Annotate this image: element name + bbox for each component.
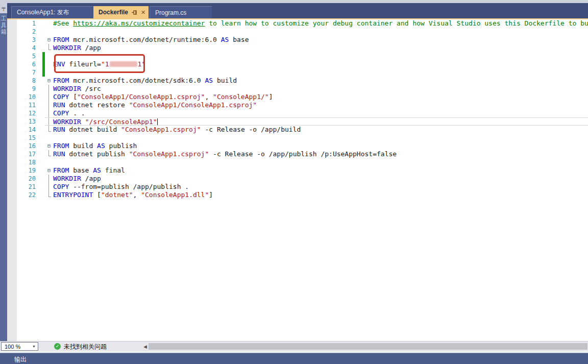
code-editor[interactable]: 1#See https://aka.ms/customizecontainer …	[7, 19, 588, 341]
code-line[interactable]: 3⊟FROM mcr.microsoft.com/dotnet/runtime:…	[7, 36, 588, 44]
code-token: "ConsoleApp1.csproj"	[121, 126, 201, 133]
line-number: 1	[17, 19, 42, 28]
code-line[interactable]: 18	[7, 158, 588, 166]
fold-margin	[45, 93, 53, 101]
code-token: mcr.microsoft.com/dotnet/sdk:6.0	[69, 77, 205, 84]
breakpoint-margin[interactable]	[7, 77, 17, 85]
breakpoint-margin[interactable]	[7, 28, 17, 36]
fold-margin	[45, 28, 53, 36]
tab-label: Program.cs	[155, 9, 186, 16]
breakpoint-margin[interactable]	[7, 93, 17, 101]
code-text: RUN dotnet publish "ConsoleApp1.csproj" …	[53, 150, 588, 158]
fold-margin	[45, 44, 53, 52]
breakpoint-margin[interactable]	[7, 36, 17, 44]
code-token: /app	[81, 175, 101, 182]
code-line[interactable]: 7	[7, 68, 588, 77]
code-token: 1"	[138, 60, 146, 68]
code-text	[53, 134, 588, 142]
line-number: 21	[17, 183, 42, 191]
comment-link[interactable]: https://aka.ms/customizecontainer	[73, 19, 205, 27]
code-line[interactable]: 11RUN dotnet restore "ConsoleApp1/Consol…	[7, 101, 588, 109]
collapse-region-icon[interactable]: ⊟	[45, 77, 53, 85]
breakpoint-margin[interactable]	[7, 166, 17, 175]
code-line[interactable]: 4WORKDIR /app	[7, 44, 588, 52]
code-token: publish	[105, 142, 137, 150]
scrollbar-thumb[interactable]	[149, 343, 587, 350]
line-number: 9	[17, 85, 42, 93]
line-number: 6	[17, 60, 42, 68]
fold-margin	[45, 175, 53, 183]
code-text: COPY --from=publish /app/publish .	[53, 183, 588, 191]
code-line[interactable]: 15	[7, 134, 588, 142]
breakpoint-margin[interactable]	[7, 19, 17, 28]
code-line[interactable]: 10COPY ["ConsoleApp1/ConsoleApp1.csproj"…	[7, 93, 588, 101]
breakpoint-margin[interactable]	[7, 60, 17, 68]
scrollbar-track[interactable]	[149, 343, 588, 350]
fold-margin	[45, 52, 53, 60]
code-text: WORKDIR /app	[53, 175, 588, 183]
code-token: "ConsoleApp1.csproj"	[129, 150, 209, 158]
breakpoint-margin[interactable]	[7, 109, 17, 117]
code-line[interactable]: 20WORKDIR /app	[7, 175, 588, 183]
sidebar-item-toolbox[interactable]: 工 具 箱	[0, 15, 7, 35]
tab-dockerfile[interactable]: Dockerfile ✕	[93, 6, 149, 18]
code-token: "ConsoleApp1/ConsoleApp1.csproj"	[77, 93, 205, 101]
breakpoint-margin[interactable]	[7, 85, 17, 93]
fold-guide-line	[48, 44, 49, 50]
code-token: COPY	[53, 93, 69, 101]
line-number: 10	[17, 93, 42, 101]
breakpoint-margin[interactable]	[7, 183, 17, 191]
tab-program-cs[interactable]: Program.cs	[150, 6, 212, 18]
breakpoint-margin[interactable]	[7, 126, 17, 134]
collapse-region-icon[interactable]: ⊟	[45, 36, 53, 44]
breakpoint-margin[interactable]	[7, 134, 17, 142]
breakpoint-margin[interactable]	[7, 117, 17, 126]
breakpoint-margin[interactable]	[7, 175, 17, 183]
fold-guide-line	[48, 175, 49, 183]
code-line[interactable]: 5	[7, 52, 588, 60]
horizontal-scrollbar[interactable]: ◀	[143, 343, 588, 351]
code-line[interactable]: 2	[7, 28, 588, 36]
code-token: "ConsoleApp1.dll"	[141, 191, 209, 199]
breakpoint-margin[interactable]	[7, 158, 17, 166]
code-line[interactable]: 8⊟FROM mcr.microsoft.com/dotnet/sdk:6.0 …	[7, 77, 588, 85]
pin-icon[interactable]	[132, 10, 137, 15]
code-line[interactable]: 22ENTRYPOINT ["dotnet", "ConsoleApp1.dll…	[7, 191, 588, 199]
breakpoint-margin[interactable]	[7, 44, 17, 52]
fold-guide-line	[48, 191, 49, 197]
code-line[interactable]: 6ENV fileurl="11"	[7, 60, 588, 68]
code-line[interactable]: 12COPY . .	[7, 109, 588, 117]
line-number: 12	[17, 109, 42, 117]
code-token: ,	[205, 93, 213, 101]
zoom-level-dropdown[interactable]: 100 % ▼	[1, 342, 38, 351]
fold-margin	[45, 68, 53, 77]
breakpoint-margin[interactable]	[7, 142, 17, 150]
breakpoint-margin[interactable]	[7, 150, 17, 158]
vs-editor-window: ConsoleApp1: 发布 Dockerfile ✕ Program.cs …	[0, 0, 588, 364]
breakpoint-margin[interactable]	[7, 52, 17, 60]
code-line[interactable]: 9WORKDIR /src	[7, 85, 588, 93]
scroll-left-arrow-icon[interactable]: ◀	[143, 344, 147, 349]
breakpoint-margin[interactable]	[7, 68, 17, 77]
collapse-region-icon[interactable]: ⊟	[45, 142, 53, 150]
fold-margin	[45, 150, 53, 158]
code-line[interactable]: 1#See https://aka.ms/customizecontainer …	[7, 19, 588, 28]
breakpoint-margin[interactable]	[7, 191, 17, 199]
output-panel-title[interactable]: 输出	[14, 355, 27, 364]
code-line[interactable]: 21COPY --from=publish /app/publish .	[7, 183, 588, 191]
code-text: WORKDIR "/src/ConsoleApp1"	[53, 118, 588, 125]
breakpoint-margin[interactable]	[7, 101, 17, 109]
code-token: /src	[81, 85, 101, 92]
fold-margin	[45, 126, 53, 134]
code-token: COPY	[53, 183, 69, 190]
code-text	[53, 52, 588, 60]
collapse-region-icon[interactable]: ⊟	[45, 166, 53, 175]
code-line[interactable]: 19⊟FROM base AS final	[7, 166, 588, 175]
code-token: FROM	[53, 77, 69, 84]
code-line[interactable]: 16⊟FROM build AS publish	[7, 142, 588, 150]
tab-consoleapp1-publish[interactable]: ConsoleApp1: 发布	[11, 6, 93, 18]
close-icon[interactable]: ✕	[141, 10, 145, 15]
code-line[interactable]: 14RUN dotnet build "ConsoleApp1.csproj" …	[7, 126, 588, 134]
code-line[interactable]: 17RUN dotnet publish "ConsoleApp1.csproj…	[7, 150, 588, 158]
code-line[interactable]: 13WORKDIR "/src/ConsoleApp1"	[7, 117, 588, 126]
